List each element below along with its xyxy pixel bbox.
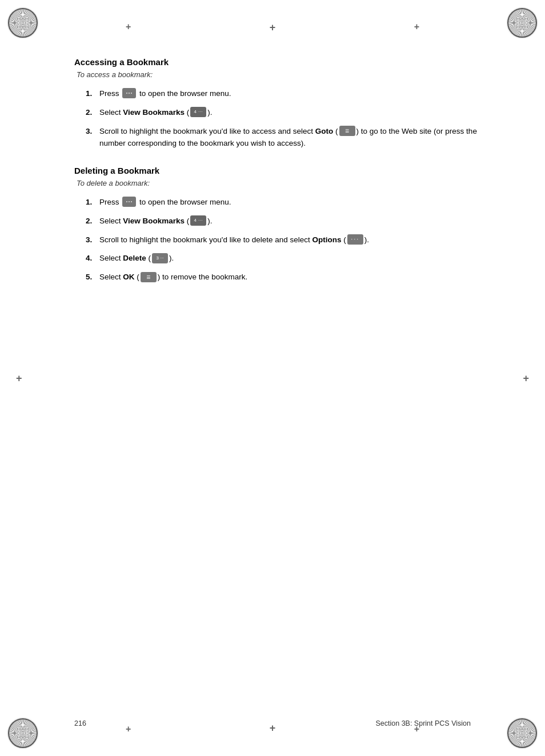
step-number-access-3: 3. [86, 126, 99, 138]
step-text-access-3: Scroll to highlight the bookmark you'd l… [99, 126, 488, 150]
step-access-1: 1. Press to open the browser menu. [86, 88, 488, 100]
step-delete-4: 4. Select Delete (). [86, 253, 488, 265]
cross-top-right: + [414, 22, 419, 32]
step-delete-3: 3. Scroll to highlight the bookmark you'… [86, 234, 488, 246]
step-number-delete-3: 3. [86, 234, 99, 246]
step-text-access-1: Press to open the browser menu. [99, 88, 488, 100]
step-number-delete-2: 2. [86, 215, 99, 227]
bold-view-bookmarks-1: View Bookmarks [123, 108, 185, 117]
steps-list-deleting: 1. Press to open the browser menu. 2. Se… [74, 197, 488, 284]
step-number-delete-5: 5. [86, 271, 99, 283]
cross-left: + [16, 372, 22, 384]
mandala-tr [507, 8, 537, 38]
step-text-delete-1: Press to open the browser menu. [99, 197, 488, 209]
step-delete-1: 1. Press to open the browser menu. [86, 197, 488, 209]
bold-ok: OK [123, 273, 134, 281]
step-text-delete-4: Select Delete (). [99, 253, 488, 265]
delete-icon [152, 253, 168, 263]
step-access-3: 3. Scroll to highlight the bookmark you'… [86, 126, 488, 150]
bold-goto: Goto [315, 127, 334, 135]
bold-view-bookmarks-2: View Bookmarks [123, 217, 185, 225]
steps-list-accessing: 1. Press to open the browser menu. 2. Se… [74, 88, 488, 150]
mandala-tl [8, 8, 38, 38]
step-text-delete-2: Select View Bookmarks (). [99, 215, 488, 227]
step-access-2: 2. Select View Bookmarks (). [86, 107, 488, 119]
step-text-delete-3: Scroll to highlight the bookmark you'd l… [99, 234, 488, 246]
subheading-accessing-bookmark: To access a bookmark: [74, 70, 488, 79]
goto-icon [339, 126, 355, 136]
cross-top: + [270, 22, 276, 34]
step-number-access-1: 1. [86, 88, 99, 100]
page: + + + + + + + + Accessing a Bookmark To … [0, 0, 545, 756]
step-delete-2: 2. Select View Bookmarks (). [86, 215, 488, 227]
footer-page-number: 216 [74, 719, 86, 727]
corner-decoration-tr [506, 7, 538, 39]
step-number-delete-4: 4. [86, 253, 99, 265]
press-button-icon-2 [122, 197, 136, 207]
ok-icon [141, 272, 157, 282]
subheading-deleting-bookmark: To delete a bookmark: [74, 179, 488, 187]
options-icon [347, 234, 363, 245]
bold-options: Options [312, 235, 342, 244]
step-delete-5: 5. Select OK () to remove the bookmark. [86, 271, 488, 283]
step-text-access-2: Select View Bookmarks (). [99, 107, 488, 119]
heading-deleting-bookmark: Deleting a Bookmark [74, 166, 488, 175]
bold-delete: Delete [123, 254, 146, 262]
step-number-access-2: 2. [86, 107, 99, 119]
section-deleting-bookmark: Deleting a Bookmark To delete a bookmark… [74, 166, 488, 284]
footer-section-label: Section 3B: Sprint PCS Vision [375, 719, 471, 727]
step-number-delete-1: 1. [86, 197, 99, 209]
step-text-delete-5: Select OK () to remove the bookmark. [99, 271, 488, 283]
main-content: Accessing a Bookmark To access a bookmar… [74, 46, 488, 283]
key-4-icon-1 [190, 107, 206, 117]
press-button-icon-1 [122, 88, 136, 98]
cross-top-left: + [126, 22, 131, 32]
heading-accessing-bookmark: Accessing a Bookmark [74, 57, 488, 67]
cross-right: + [523, 372, 529, 384]
key-4-icon-2 [190, 215, 206, 226]
footer: 216 Section 3B: Sprint PCS Vision [0, 719, 545, 727]
corner-decoration-tl [7, 7, 39, 39]
section-accessing-bookmark: Accessing a Bookmark To access a bookmar… [74, 57, 488, 150]
